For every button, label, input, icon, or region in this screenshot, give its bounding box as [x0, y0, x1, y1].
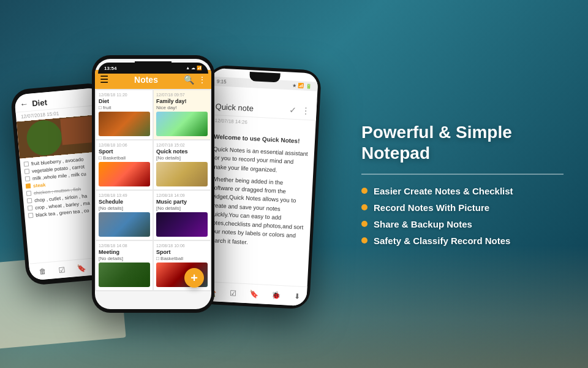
card-date-4: 12/07/18 15:02 [156, 143, 208, 147]
phone-middle: 13:54 ▲ ☁ 📶 ☰ Notes 🔍 ⋮ 12/08/18 11:20 D… [92, 55, 214, 313]
card-title-1: Diet [99, 98, 150, 104]
checkbox-8[interactable] [28, 213, 34, 218]
download-icon[interactable]: ⬇ [294, 292, 301, 301]
quicknote-title: Quick note [215, 102, 254, 113]
more-action-icon[interactable]: ⋮ [301, 106, 311, 117]
card-image-6 [156, 212, 208, 237]
card-image-2 [156, 112, 208, 136]
note-card-diet[interactable]: 12/08/18 11:20 Diet □ fruit [96, 90, 153, 139]
checkbox-3[interactable] [25, 176, 31, 182]
note-card-sport[interactable]: 12/08/18 10:06 Sport □ Basketball [96, 140, 153, 190]
card-title-5: Schedule [99, 199, 150, 205]
feature-item-2: Record Notes With Picture [361, 202, 564, 213]
card-image-5 [99, 212, 150, 237]
card-date-3: 12/08/18 10:06 [99, 143, 150, 147]
note-card-family[interactable]: 12/07/18 09:57 Family day! Nice day! [154, 90, 210, 139]
checkbox-7[interactable] [28, 205, 33, 211]
quicknote-body: Quick Notes is an essential assistant fo… [208, 145, 308, 250]
card-date-6: 12/08/18 14:09 [156, 193, 208, 197]
note-card-meeting[interactable]: 12/08/18 14:08 Meeting [No details] [96, 241, 153, 290]
checkbox-2[interactable] [24, 169, 30, 174]
check-action-icon[interactable]: ✓ [289, 105, 297, 115]
notes-grid: 12/08/18 11:20 Diet □ fruit 12/07/18 09:… [95, 89, 211, 291]
panel-divider [361, 174, 564, 175]
note-card-quicknotes[interactable]: 12/07/18 15:02 Quick notes [No details] [154, 140, 210, 190]
right-panel: Powerful & Simple Notepad Easier Create … [343, 0, 588, 368]
feature-item-1: Easier Create Notes & Checklist [361, 186, 564, 196]
card-image-7 [99, 263, 150, 287]
card-title-8: Sport [156, 249, 208, 255]
welcome-text: Welcome to use Quick Notes! [214, 132, 309, 146]
card-date-1: 12/08/18 11:20 [99, 93, 150, 97]
menu-icon[interactable]: ☰ [100, 74, 108, 85]
notes-app-title: Notes [134, 75, 158, 85]
card-text-4: [No details] [156, 155, 208, 161]
phones-container: ← Diet 12/07/2018 15:01 fruit blueberry … [12, 25, 368, 356]
feature-text-1: Easier Create Notes & Checklist [374, 186, 513, 196]
check-footer-icon[interactable]: ☑ [230, 288, 237, 297]
quicknote-content: Welcome to use Quick Notes! Quick Notes … [199, 126, 315, 307]
search-icon[interactable]: 🔍 [184, 75, 194, 85]
delete-icon[interactable]: 🗑 [39, 267, 47, 276]
feature-text-3: Share & Backup Notes [374, 219, 472, 229]
card-date-2: 12/07/18 09:57 [156, 93, 208, 97]
card-title-2: Family day! [156, 98, 208, 104]
feature-text-2: Record Notes With Picture [374, 202, 489, 213]
share-footer-icon[interactable]: 🐞 [271, 291, 281, 300]
card-text-5: [No details] [99, 205, 150, 211]
feature-list: Easier Create Notes & Checklist Record N… [361, 186, 564, 246]
diet-title: Diet [32, 98, 48, 108]
checkbox-1[interactable] [24, 161, 29, 167]
quicknote-actions: ✓ ⋮ [289, 105, 311, 116]
status-time: 13:54 [104, 66, 116, 71]
card-title-7: Meeting [99, 249, 150, 255]
card-text-7: [No details] [99, 256, 150, 261]
phone-right-screen: 9:15 ★ 📶 🔋 Quick note ✓ ⋮ 12/07/18 14:26… [199, 68, 318, 307]
checkbox-5[interactable] [26, 191, 32, 196]
card-text-1: □ fruit [99, 105, 150, 110]
card-title-4: Quick notes [156, 148, 208, 155]
bookmark-footer-icon[interactable]: 🔖 [249, 289, 259, 299]
more-icon[interactable]: ⋮ [198, 75, 206, 85]
card-date-5: 12/08/18 13:49 [99, 193, 150, 197]
phone-right: 9:15 ★ 📶 🔋 Quick note ✓ ⋮ 12/07/18 14:26… [196, 64, 322, 309]
check-icon[interactable]: ☑ [58, 265, 66, 274]
middle-phone-notch [135, 61, 172, 72]
diet-item-4-text: steak [33, 182, 46, 188]
card-text-6: [No details] [156, 205, 208, 211]
card-text-3: □ Basketball [99, 155, 150, 161]
bookmark-icon[interactable]: 🔖 [77, 263, 86, 272]
feature-item-4: Safety & Classify Record Notes [361, 236, 564, 246]
fab-add-button[interactable]: + [184, 268, 204, 288]
card-image-1 [99, 112, 150, 136]
status-icons: ▲ ☁ 📶 [186, 66, 202, 71]
card-image-4 [156, 162, 208, 186]
note-card-musicparty[interactable]: 12/08/18 14:09 Music party [No details] [154, 191, 210, 240]
feature-text-4: Safety & Classify Record Notes [374, 236, 510, 246]
note-card-schedule[interactable]: 12/08/18 13:49 Schedule [No details] [96, 191, 153, 240]
back-arrow-icon[interactable]: ← [20, 99, 29, 109]
card-text-2: Nice day! [156, 105, 208, 110]
phone-middle-screen: 13:54 ▲ ☁ 📶 ☰ Notes 🔍 ⋮ 12/08/18 11:20 D… [95, 59, 211, 309]
card-title-3: Sport [99, 148, 150, 155]
card-image-3 [99, 162, 150, 186]
right-phone-notch [249, 72, 281, 83]
right-status-icons: ★ 📶 🔋 [292, 83, 312, 90]
card-date-7: 12/08/18 14:08 [99, 243, 150, 248]
panel-title: Powerful & Simple Notepad [361, 122, 564, 163]
feature-item-3: Share & Backup Notes [361, 219, 564, 229]
card-date-8: 12/08/18 10:06 [156, 243, 208, 248]
toolbar-icons: 🔍 ⋮ [184, 75, 206, 85]
right-status-time: 9:15 [217, 79, 227, 85]
checkbox-6[interactable] [27, 198, 32, 204]
card-text-8: □ Basketball [156, 256, 208, 261]
checkbox-4[interactable] [26, 183, 31, 189]
card-title-6: Music party [156, 199, 208, 205]
